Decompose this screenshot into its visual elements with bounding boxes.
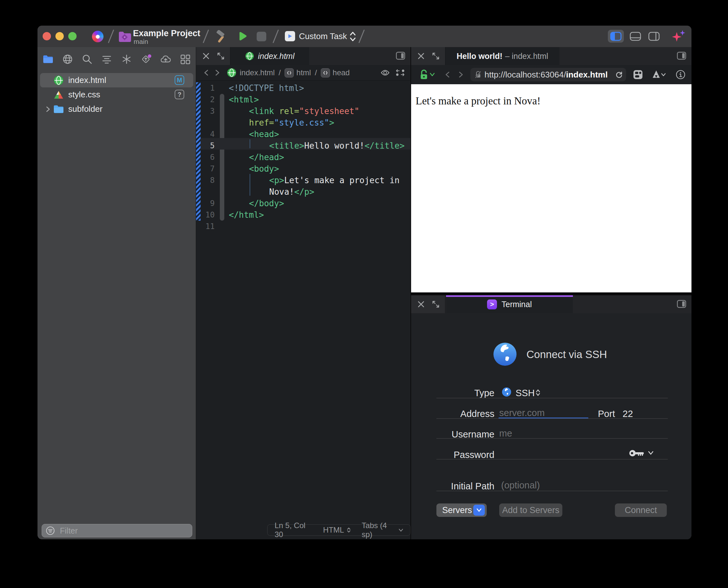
connect-button[interactable]: Connect: [615, 503, 667, 517]
search-tab-icon[interactable]: [82, 54, 93, 65]
language-selector[interactable]: HTML: [323, 526, 350, 534]
username-input[interactable]: [499, 428, 583, 439]
jump-to-definition-icon[interactable]: [396, 68, 405, 77]
code-line[interactable]: 5<title>Hello world!</title> (: [201, 140, 410, 151]
minimize-traffic-light[interactable]: [56, 32, 64, 40]
code-line[interactable]: 10</html>: [201, 209, 410, 220]
filter-input[interactable]: [59, 526, 182, 536]
code-line[interactable]: 9</body>: [201, 197, 410, 209]
password-input[interactable]: [499, 448, 622, 460]
editor-pane-buttons: [196, 47, 230, 65]
sparkle-assistant-icon[interactable]: [671, 29, 686, 44]
publish-cloud-tab-icon[interactable]: [160, 54, 171, 65]
code-line[interactable]: href="style.css">: [201, 117, 410, 128]
code-line[interactable]: 8<p>Let's make a project in: [201, 174, 410, 186]
close-pane-icon[interactable]: [418, 52, 425, 60]
info-icon[interactable]: [676, 70, 685, 79]
issues-tab-icon[interactable]: [121, 54, 132, 65]
breadcrumb-html[interactable]: html: [297, 68, 311, 77]
code-line[interactable]: Nova!</p>: [201, 186, 410, 197]
forward-icon[interactable]: [459, 71, 463, 78]
insecure-lock-icon: [475, 71, 481, 79]
disclosure-chevron-icon[interactable]: [46, 106, 50, 112]
reload-icon[interactable]: [615, 71, 623, 79]
code-line[interactable]: 6</head>: [201, 151, 410, 163]
filter-icon: [46, 526, 55, 535]
inspector-icon[interactable]: [633, 70, 643, 79]
preview-viewport[interactable]: Let's make a project in Nova!: [411, 84, 691, 292]
pane-divider[interactable]: [411, 292, 691, 295]
code-line[interactable]: 3<link rel="stylesheet": [201, 105, 410, 117]
chevron-down-icon[interactable]: [648, 451, 654, 455]
breadcrumb-file[interactable]: index.html: [240, 68, 275, 77]
code-text: <head>: [229, 128, 279, 140]
zoom-traffic-light[interactable]: [68, 32, 77, 40]
split-editor-icon[interactable]: [396, 51, 405, 60]
back-icon[interactable]: [204, 69, 208, 76]
chevron-down-icon[interactable]: [430, 73, 435, 77]
preview-body-text: Let's make a project in Nova!: [416, 95, 541, 107]
branch-name: main: [134, 38, 148, 45]
url-field[interactable]: http://localhost:63064/index.html: [470, 68, 626, 81]
split-pane-icon[interactable]: [677, 300, 686, 308]
close-traffic-light[interactable]: [43, 32, 51, 40]
file-row-index-html[interactable]: index.html M: [40, 73, 193, 87]
build-hammer-button[interactable]: [215, 30, 228, 43]
code-area[interactable]: 1<!DOCTYPE html>2<html>3<link rel="style…: [196, 80, 410, 240]
back-icon[interactable]: [445, 71, 450, 78]
code-line[interactable]: 1<!DOCTYPE html>: [201, 82, 410, 94]
file-row-subfolder[interactable]: subfolder: [40, 102, 193, 116]
editor-tab-index-html[interactable]: index.html: [230, 47, 309, 65]
terminal-tab-label: Terminal: [502, 300, 531, 309]
close-pane-icon[interactable]: [418, 301, 425, 308]
split-pane-icon[interactable]: [677, 51, 686, 60]
html-globe-icon: [54, 75, 64, 85]
toggle-sidebar-button[interactable]: [608, 30, 624, 43]
url-file: index.html: [566, 70, 608, 80]
project-name[interactable]: Example Project: [133, 28, 200, 38]
servers-dropdown-chevron[interactable]: [473, 505, 485, 516]
code-line[interactable]: 11: [201, 220, 410, 232]
preview-eye-icon[interactable]: [381, 69, 390, 76]
tab-width-selector[interactable]: Tabs (4 sp): [362, 521, 403, 539]
text-size-icon[interactable]: [652, 70, 666, 79]
task-selector-chevrons-icon[interactable]: [349, 31, 357, 42]
task-selector[interactable]: Custom Task: [299, 31, 347, 41]
breadcrumb-head[interactable]: head: [332, 68, 349, 77]
run-play-button[interactable]: [237, 31, 247, 41]
expand-pane-icon[interactable]: [431, 52, 440, 60]
symbols-tab-icon[interactable]: [101, 54, 112, 65]
file-row-style-css[interactable]: style.css ?: [40, 87, 193, 102]
add-to-servers-button[interactable]: Add to Servers: [499, 503, 562, 517]
type-selector[interactable]: SSH: [515, 388, 535, 398]
code-line[interactable]: 4<head>: [201, 128, 410, 140]
code-text: <p>Let's make a project in: [229, 174, 400, 186]
toggle-right-panel-button[interactable]: [647, 30, 661, 43]
expand-pane-icon[interactable]: [217, 52, 225, 60]
extensions-tab-icon[interactable]: [180, 54, 191, 65]
stop-button[interactable]: [257, 32, 266, 41]
files-tab-icon[interactable]: [43, 54, 54, 65]
css-file-icon: [54, 90, 64, 100]
forward-icon[interactable]: [215, 69, 220, 76]
terminal-tab[interactable]: > Terminal: [446, 295, 573, 313]
source-control-tab-icon[interactable]: [141, 54, 151, 65]
code-line[interactable]: 2<html>: [201, 94, 410, 105]
code-line[interactable]: 7<body>: [201, 163, 410, 174]
port-input[interactable]: 22: [623, 409, 633, 419]
line-number: 3: [201, 105, 215, 117]
toggle-bottom-panel-button[interactable]: [629, 30, 642, 43]
key-icon[interactable]: [629, 448, 646, 459]
expand-pane-icon[interactable]: [431, 300, 440, 309]
nova-window: Example Project main Custom Task: [38, 26, 691, 539]
initial-path-input[interactable]: [501, 480, 611, 491]
close-pane-icon[interactable]: [203, 52, 209, 60]
servers-button[interactable]: Servers: [437, 503, 487, 517]
address-input[interactable]: [499, 407, 583, 419]
security-lock-icon[interactable]: [420, 69, 428, 80]
remote-tab-icon[interactable]: [62, 54, 73, 65]
preview-tab[interactable]: Hello world! – index.html: [445, 47, 560, 65]
chevrons-updown-icon[interactable]: [535, 388, 541, 397]
filter-field[interactable]: [42, 524, 192, 538]
address-label: Address: [430, 409, 494, 419]
